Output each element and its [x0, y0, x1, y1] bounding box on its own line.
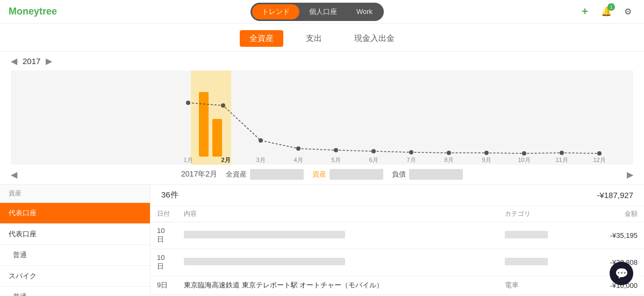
svg-text:2月: 2月 — [221, 157, 230, 163]
table-row[interactable]: 9日東京臨海高速鉄道 東京テレポート駅 オートチャー（モバイル）電車-¥10,0… — [151, 276, 644, 295]
svg-text:8月: 8月 — [444, 157, 453, 163]
year-nav: ◀ 2017 ▶ — [0, 52, 644, 71]
table-row[interactable]: 10日-¥23,808 — [151, 249, 644, 276]
svg-text:4月: 4月 — [294, 157, 303, 163]
sub-btn-expense[interactable]: 支出 — [296, 30, 332, 47]
chart-area[interactable]: 1月 2月 3月 4月 5月 6月 7月 8月 9月 10月 11月 12月 — [11, 71, 633, 165]
debt-bar — [409, 169, 463, 180]
svg-text:6月: 6月 — [369, 157, 378, 163]
sub-btn-all[interactable]: 全資産 — [240, 30, 283, 47]
notification-button[interactable]: 🔔 1 — [599, 4, 614, 19]
svg-point-12 — [522, 151, 526, 156]
col-date: 日付 — [151, 206, 177, 222]
svg-text:5月: 5月 — [331, 157, 340, 163]
month-prev-button[interactable]: ◀ — [11, 170, 17, 180]
app-logo: Moneytree — [9, 6, 57, 17]
svg-text:9月: 9月 — [482, 157, 491, 163]
svg-point-5 — [259, 138, 263, 143]
sub-nav: 全資産 支出 現金入出金 — [0, 24, 644, 52]
sidebar-item-4[interactable]: 普通 — [0, 287, 150, 296]
transactions-table: 日付 内容 カテゴリ 金額 10日-¥35,19510日-¥23,8089日東京… — [151, 206, 644, 296]
cell-content — [177, 249, 498, 276]
year-label: 2017 — [23, 57, 40, 66]
debt-label: 負債 — [392, 170, 406, 179]
cell-content — [177, 222, 498, 249]
col-content: 内容 — [177, 206, 498, 222]
trend-chart: 1月 2月 3月 4月 5月 6月 7月 8月 9月 10月 11月 12月 — [11, 71, 633, 165]
cell-amount: -¥35,195 — [583, 222, 644, 249]
bottom-section: 資産 代表口座 代表口座 普通 スパイク 普通 残高別普通(総合) 36件 -¥… — [0, 185, 644, 296]
sub-btn-cash[interactable]: 現金入出金 — [345, 30, 404, 47]
tab-personal[interactable]: 個人口座 — [299, 4, 347, 19]
record-count: 36件 — [161, 190, 178, 200]
svg-rect-2 — [212, 119, 222, 157]
svg-point-7 — [334, 148, 338, 152]
col-amount: 金額 — [583, 206, 644, 222]
total-amount: -¥187,927 — [597, 191, 633, 200]
svg-rect-1 — [199, 92, 209, 157]
cell-date: 10日 — [151, 222, 177, 249]
svg-text:7月: 7月 — [406, 157, 416, 163]
all-assets-label: 全資産 — [226, 170, 247, 179]
cell-content: 東京臨海高速鉄道 東京テレポート駅 オートチャー（モバイル） — [177, 276, 498, 295]
svg-point-3 — [186, 101, 190, 105]
svg-text:12月: 12月 — [593, 157, 605, 163]
header-actions: + 🔔 1 ⚙ — [577, 4, 635, 19]
svg-point-6 — [296, 146, 300, 151]
month-next-button[interactable]: ▶ — [627, 170, 633, 180]
month-info: 2017年2月 全資産 資産 負債 — [181, 169, 463, 180]
all-assets-bar — [250, 169, 304, 180]
cell-category — [498, 222, 583, 249]
assets-label: 資産 — [312, 170, 326, 179]
svg-text:11月: 11月 — [555, 157, 568, 163]
svg-point-9 — [409, 150, 413, 154]
svg-text:10月: 10月 — [518, 157, 530, 163]
col-category: カテゴリ — [498, 206, 583, 222]
cell-date: 10日 — [151, 249, 177, 276]
svg-point-11 — [484, 151, 489, 155]
cell-category: 電車 — [498, 276, 583, 295]
settings-button[interactable]: ⚙ — [620, 4, 635, 19]
cell-category — [498, 249, 583, 276]
sidebar: 資産 代表口座 代表口座 普通 スパイク 普通 残高別普通(総合) — [0, 185, 151, 296]
tab-trend[interactable]: トレンド — [252, 4, 299, 19]
cell-date: 9日 — [151, 276, 177, 295]
month-nav: ◀ 2017年2月 全資産 資産 負債 ▶ — [0, 165, 644, 185]
chat-button[interactable]: 💬 — [610, 262, 633, 285]
year-next-button[interactable]: ▶ — [46, 56, 52, 66]
svg-rect-0 — [191, 71, 231, 165]
chat-icon: 💬 — [615, 267, 628, 280]
content-header: 36件 -¥187,927 — [151, 185, 644, 206]
svg-point-14 — [597, 151, 602, 156]
assets-bar — [330, 169, 383, 180]
sidebar-item-1[interactable]: 代表口座 — [0, 224, 150, 245]
tab-work[interactable]: Work — [347, 5, 382, 18]
svg-point-10 — [447, 151, 451, 155]
gear-icon: ⚙ — [624, 6, 632, 17]
assets-group: 資産 — [312, 169, 383, 180]
header: Moneytree トレンド 個人口座 Work + 🔔 1 ⚙ — [0, 0, 644, 24]
svg-point-13 — [560, 151, 564, 155]
svg-text:3月: 3月 — [256, 157, 265, 163]
year-prev-button[interactable]: ◀ — [11, 56, 17, 66]
table-row[interactable]: 10日-¥35,195 — [151, 222, 644, 249]
svg-point-4 — [221, 103, 225, 108]
add-button[interactable]: + — [577, 4, 592, 19]
month-label: 2017年2月 — [181, 170, 217, 179]
sidebar-item-3[interactable]: スパイク — [0, 266, 150, 287]
all-assets-group: 全資産 — [226, 169, 304, 180]
content-area: 36件 -¥187,927 日付 内容 カテゴリ 金額 10日-¥35,1951… — [151, 185, 644, 296]
sidebar-item-2[interactable]: 普通 — [0, 245, 150, 266]
main-nav: トレンド 個人口座 Work — [251, 3, 384, 21]
sidebar-header: 資産 — [0, 185, 150, 203]
svg-text:1月: 1月 — [183, 157, 192, 163]
svg-point-8 — [371, 149, 376, 153]
sidebar-item-0[interactable]: 代表口座 — [0, 203, 150, 224]
notification-badge: 1 — [607, 3, 615, 11]
debt-group: 負債 — [392, 169, 463, 180]
